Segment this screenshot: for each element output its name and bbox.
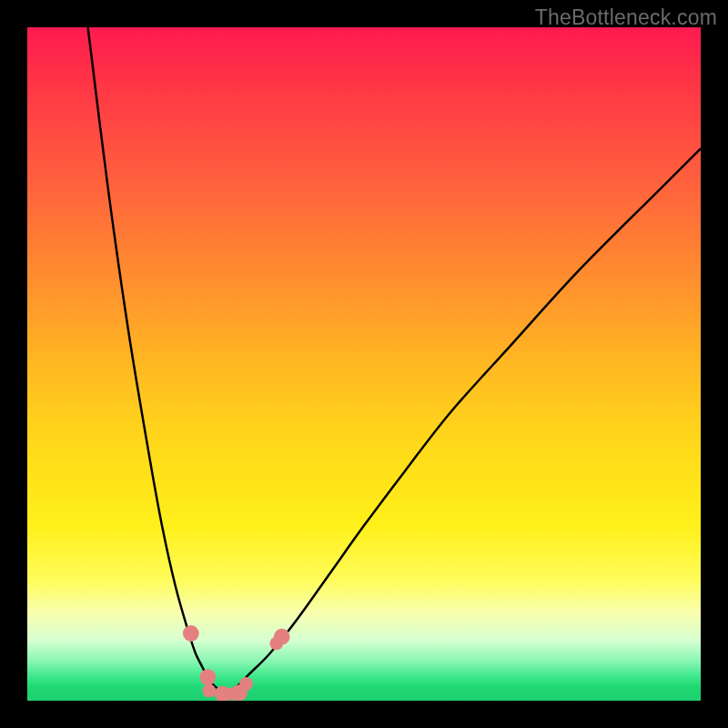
data-marker: [202, 684, 216, 698]
curve-left-branch: [88, 27, 223, 694]
bottleneck-curve-svg: [27, 27, 701, 701]
marker-group: [183, 625, 290, 701]
data-marker: [274, 629, 290, 645]
data-marker: [239, 677, 253, 691]
chart-plot-area: [27, 27, 701, 701]
data-marker: [183, 625, 199, 642]
curve-right-branch: [223, 148, 701, 693]
watermark-text: TheBottleneck.com: [535, 5, 717, 30]
data-marker: [199, 669, 216, 685]
